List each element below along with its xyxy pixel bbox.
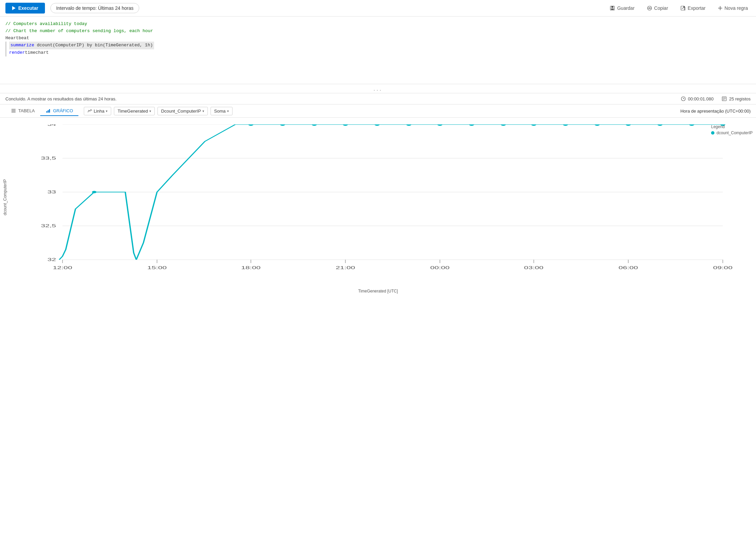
svg-rect-22 [49, 109, 50, 113]
data-point [437, 124, 442, 126]
new-rule-button[interactable]: Nova regra [715, 4, 751, 12]
svg-text:33,5: 33,5 [41, 156, 56, 161]
y-axis-label: Dcount_ComputerIP [161, 109, 201, 114]
tab-chart[interactable]: GRÁFICO [40, 106, 78, 116]
editor-line-5: render timechart [5, 49, 751, 56]
status-text: Concluído. A mostrar os resultados das ú… [5, 96, 673, 101]
export-label: Exportar [688, 5, 706, 11]
line-chart-icon [88, 109, 92, 113]
timer-icon [681, 96, 686, 101]
export-icon [680, 5, 686, 11]
data-point [501, 124, 506, 126]
code-bar-2 [5, 49, 6, 56]
data-point [92, 191, 96, 193]
save-label: Guardar [617, 5, 634, 11]
new-rule-label: Nova regra [725, 5, 748, 11]
copy-button[interactable]: Copiar [644, 4, 671, 12]
copy-icon [647, 5, 652, 11]
records-value: 25 registos [729, 96, 751, 101]
view-tabs: TABELA GRÁFICO Linha ▾ TimeGenerated ▾ D… [0, 104, 756, 118]
chevron-down-icon-4: ▾ [227, 109, 229, 113]
svg-text:34: 34 [47, 124, 56, 127]
view-options: Linha ▾ TimeGenerated ▾ Dcount_ComputerI… [84, 107, 232, 115]
play-icon [12, 6, 16, 10]
chart-container: dcount_ComputerIP 32 32,5 33 33,5 34 [0, 118, 756, 294]
chart-icon [46, 108, 51, 113]
query-editor[interactable]: // Computers availability today // Chart… [0, 17, 756, 84]
code-bar [5, 42, 6, 49]
svg-text:06:00: 06:00 [618, 265, 638, 270]
data-point [280, 124, 285, 126]
editor-line-3: Heartbeat [5, 35, 751, 42]
svg-text:18:00: 18:00 [241, 265, 261, 270]
data-point [248, 124, 253, 126]
svg-text:09:00: 09:00 [713, 265, 733, 270]
toolbar-actions: Guardar Copiar Exportar [607, 4, 751, 12]
time-selector[interactable]: Intervalo de tempo: Últimas 24 horas [50, 3, 139, 13]
editor-line-1: // Computers availability today [5, 21, 751, 28]
export-button[interactable]: Exportar [678, 4, 708, 12]
copy-label: Copiar [654, 5, 668, 11]
svg-line-6 [682, 7, 684, 9]
svg-rect-20 [46, 111, 47, 113]
x-axis-title: TimeGenerated [UTC] [358, 289, 398, 294]
data-point [343, 124, 348, 126]
data-point [374, 124, 380, 126]
data-point [531, 124, 536, 126]
svg-text:32: 32 [47, 257, 56, 262]
execute-button[interactable]: Executar [5, 3, 45, 14]
tab-chart-label: GRÁFICO [53, 108, 73, 113]
data-point [312, 124, 317, 126]
svg-text:21:00: 21:00 [336, 265, 355, 270]
tab-table-label: TABELA [18, 108, 35, 113]
utc-label: Hora de apresentação (UTC+00:00) [680, 109, 751, 114]
status-time: 00:00:01.080 [681, 96, 714, 101]
data-point [594, 124, 600, 126]
execute-label: Executar [18, 5, 38, 11]
chart-type-dropdown[interactable]: Linha ▾ [84, 107, 111, 115]
chart-type-label: Linha [94, 109, 104, 114]
time-value: 00:00:01.080 [688, 96, 714, 101]
editor-line-4: summarize dcount(ComputerIP) by bin(Time… [5, 42, 751, 49]
toolbar: Executar Intervalo de tempo: Últimas 24 … [0, 0, 756, 17]
svg-text:00:00: 00:00 [430, 265, 450, 270]
legend-item: dcount_ComputerIP [711, 131, 753, 135]
svg-rect-2 [611, 8, 614, 10]
editor-line-2: // Chart the number of computers sending… [5, 28, 751, 35]
chevron-down-icon-2: ▾ [149, 109, 151, 113]
x-axis-label: TimeGenerated [118, 109, 148, 114]
records-icon [722, 96, 727, 101]
svg-text:33: 33 [47, 190, 56, 194]
chevron-down-icon-3: ▾ [202, 109, 204, 113]
legend-dot [711, 131, 714, 135]
svg-text:32,5: 32,5 [41, 224, 56, 228]
data-point [563, 124, 568, 126]
resize-handle[interactable]: ... [0, 84, 756, 93]
new-rule-icon [718, 6, 723, 10]
table-icon [11, 108, 16, 113]
y-axis-dropdown[interactable]: Dcount_ComputerIP ▾ [157, 107, 208, 115]
svg-text:12:00: 12:00 [53, 265, 72, 270]
data-point [626, 124, 631, 126]
legend-label: dcount_ComputerIP [716, 131, 753, 135]
svg-text:15:00: 15:00 [147, 265, 167, 270]
data-point [689, 124, 694, 126]
data-point [657, 124, 662, 126]
data-point [469, 124, 474, 126]
aggregation-label: Soma [214, 109, 226, 114]
save-button[interactable]: Guardar [607, 4, 637, 12]
status-bar: Concluído. A mostrar os resultados das ú… [0, 93, 756, 104]
legend-title: Legend [711, 124, 753, 129]
x-axis-dropdown[interactable]: TimeGenerated ▾ [114, 107, 155, 115]
aggregation-dropdown[interactable]: Soma ▾ [211, 107, 233, 115]
status-records: 25 registos [722, 96, 751, 101]
svg-text:03:00: 03:00 [524, 265, 544, 270]
chart-svg: 32 32,5 33 33,5 34 12:00 15:00 18:00 21:… [24, 124, 736, 273]
chevron-down-icon: ▾ [106, 109, 107, 113]
data-point [406, 124, 411, 126]
svg-rect-1 [611, 6, 613, 8]
tab-table[interactable]: TABELA [5, 106, 40, 116]
save-icon [610, 5, 615, 11]
y-axis-title: dcount_ComputerIP [3, 179, 7, 215]
svg-rect-21 [48, 110, 49, 113]
